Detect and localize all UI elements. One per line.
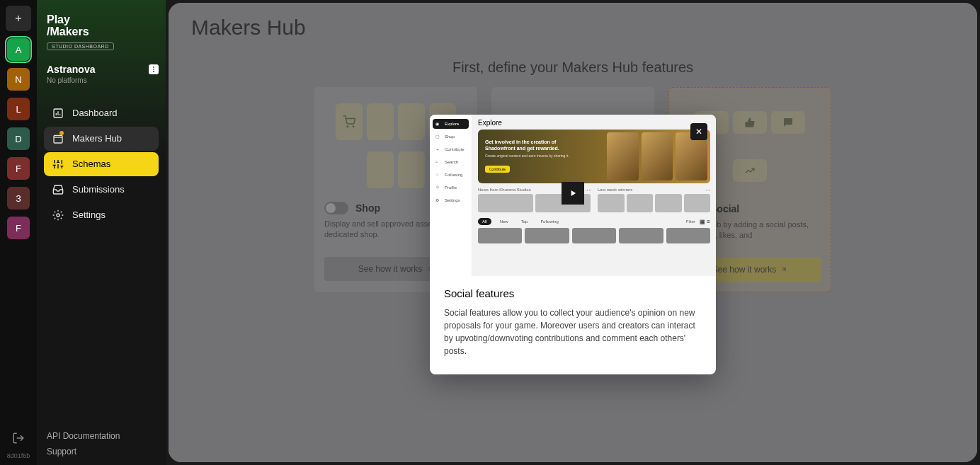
preview-sidebar: ◉Explore ▢Shop ＋Contribute ⌕Search ♡Foll… (430, 115, 472, 276)
nav-makers-hub[interactable]: Makers Hub (44, 127, 159, 151)
modal-close-button[interactable]: ✕ (690, 123, 707, 140)
org-tile-0[interactable]: A (7, 38, 30, 61)
version-label: 8d01f6b (7, 452, 30, 459)
heart-icon: ♡ (435, 172, 441, 178)
modal-body: Social features Social features allow yo… (430, 276, 716, 374)
preview-side-item: ＋Contribute (433, 144, 469, 154)
search-icon: ⌕ (435, 159, 441, 165)
modal-preview: ◉Explore ▢Shop ＋Contribute ⌕Search ♡Foll… (430, 115, 716, 276)
notification-dot (59, 131, 64, 135)
modal: ✕ ◉Explore ▢Shop ＋Contribute ⌕Search ♡Fo… (430, 115, 716, 374)
preview-side-item: ◉Explore (433, 119, 469, 129)
svg-point-2 (153, 71, 154, 72)
footer-support-link[interactable]: Support (47, 447, 159, 457)
user-icon: ☺ (435, 185, 441, 190)
footer-api-link[interactable]: API Documentation (47, 431, 159, 441)
plus-icon: ＋ (435, 147, 441, 152)
add-org-button[interactable] (6, 6, 31, 31)
modal-title: Social features (444, 287, 702, 299)
nav-schemas[interactable]: Schemas (44, 152, 159, 176)
nav-label: Makers Hub (72, 133, 122, 144)
preview-side-item: ☺Profile (433, 183, 469, 193)
modal-desc: Social features allow you to collect you… (444, 306, 702, 357)
org-rail: A N L D F 3 F 8d01f6b (0, 0, 37, 465)
logo-badge: STUDIO DASHBOARD (47, 42, 114, 50)
banner-sub: Create original content and earn income … (485, 154, 570, 158)
org-tile-1[interactable]: N (7, 68, 30, 91)
logo-line2: /Makers (47, 26, 159, 38)
home-icon: ◉ (435, 121, 441, 127)
logo-line1: Play (47, 14, 159, 26)
modal-overlay[interactable]: ✕ ◉Explore ▢Shop ＋Contribute ⌕Search ♡Fo… (169, 3, 977, 462)
preview-side-item: ▢Shop (433, 132, 469, 142)
org-tile-4[interactable]: F (7, 157, 30, 180)
preview-tabs: All New Top Following Filter ▦ ≡ (478, 218, 710, 225)
preview-filter: Filter (686, 219, 695, 224)
inbox-icon (52, 184, 64, 195)
preview-side-item: ⚙Settings (433, 195, 469, 205)
bar-chart-icon (52, 108, 64, 119)
logo: Play /Makers STUDIO DASHBOARD (44, 14, 159, 51)
svg-point-0 (153, 67, 154, 68)
org-name: Astranova (47, 64, 95, 75)
nav-dashboard[interactable]: Dashboard (44, 101, 159, 125)
sidebar: Play /Makers STUDIO DASHBOARD Astranova … (37, 0, 166, 465)
nav-label: Submissions (72, 184, 125, 195)
preview-main: Explore Get involved in the creation of … (472, 115, 716, 276)
nav-submissions[interactable]: Submissions (44, 178, 159, 202)
nav: Dashboard Makers Hub Schemas Submissions… (44, 101, 159, 227)
gear-icon (52, 209, 64, 221)
nav-label: Schemas (72, 159, 110, 169)
svg-rect-4 (54, 135, 62, 143)
org-tile-5[interactable]: 3 (7, 187, 30, 209)
banner-headline: Get involved in the creation of Shadowfr… (485, 139, 570, 152)
preview-title: Explore (478, 119, 710, 127)
banner-cta: Contribute (485, 166, 510, 173)
preview-tab: Top (517, 218, 532, 225)
bag-icon: ▢ (435, 134, 441, 139)
preview-tab: All (478, 218, 491, 225)
play-video-button[interactable] (562, 182, 584, 205)
svg-point-1 (153, 69, 154, 70)
gear-icon: ⚙ (435, 197, 441, 203)
preview-side-item: ♡Following (433, 170, 469, 180)
svg-point-5 (57, 214, 59, 217)
org-menu-button[interactable] (149, 64, 159, 74)
org-sub: No platforms (44, 76, 159, 84)
winners-label: Last week winners (598, 188, 632, 192)
preview-tab: New (496, 218, 513, 225)
nav-settings[interactable]: Settings (44, 203, 159, 227)
sliders-icon (52, 159, 64, 170)
preview-banner: Get involved in the creation of Shadowfr… (478, 130, 710, 183)
news-label: News from Khorana Studios (478, 188, 531, 192)
main-panel: Makers Hub First, define your Makers Hub… (169, 3, 977, 462)
org-tile-2[interactable]: L (7, 98, 30, 120)
main-wrap: Makers Hub First, define your Makers Hub… (166, 0, 980, 465)
org-tile-3[interactable]: D (7, 127, 30, 150)
preview-tab: Following (536, 218, 562, 225)
org-tile-6[interactable]: F (7, 217, 30, 239)
exit-button[interactable] (7, 427, 30, 449)
nav-label: Dashboard (72, 108, 118, 118)
nav-label: Settings (72, 209, 106, 220)
preview-side-item: ⌕Search (433, 157, 469, 167)
play-icon (568, 188, 578, 198)
